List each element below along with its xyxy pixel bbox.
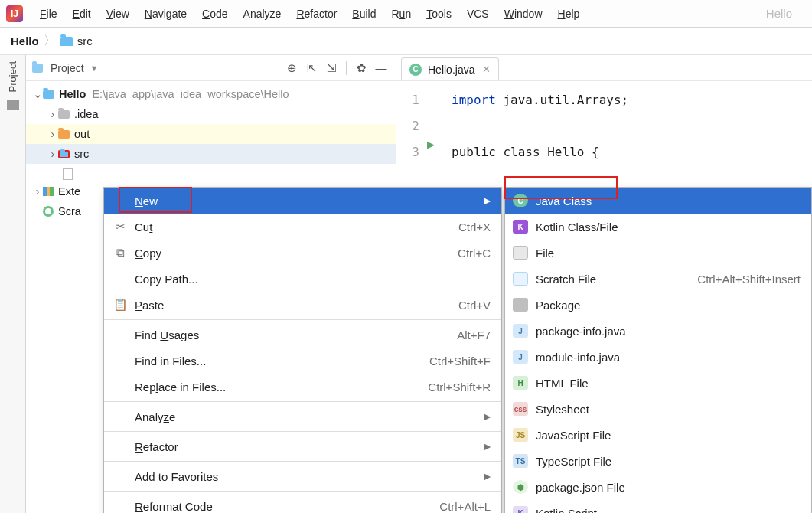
- tree-node-label: Scra: [58, 205, 81, 217]
- new-javascript-file[interactable]: JSJavaScript File: [505, 422, 811, 448]
- new-java-class[interactable]: CJava Class: [505, 188, 811, 214]
- rail-project-label[interactable]: Project: [7, 61, 18, 92]
- ctx-refactor[interactable]: Refactor▶: [104, 433, 501, 459]
- chevron-down-icon[interactable]: ⌄: [32, 88, 43, 100]
- submenu-label: Java Class: [536, 194, 801, 207]
- menu-view[interactable]: View: [99, 8, 137, 20]
- gear-icon[interactable]: ✿: [353, 60, 370, 77]
- run-gutter-icon[interactable]: ▶: [427, 139, 435, 150]
- new-html-file[interactable]: HHTML File: [505, 370, 811, 396]
- ctx-replace-in-files-[interactable]: Replace in Files...Ctrl+Shift+R: [104, 374, 501, 400]
- editor-tab[interactable]: C Hello.java ✕: [401, 57, 499, 80]
- expand-all-icon[interactable]: ⇱: [303, 60, 320, 77]
- submenu-label: Kotlin Script: [536, 507, 801, 514]
- ctx-copy[interactable]: ⧉CopyCtrl+C: [104, 240, 501, 266]
- menu-item-label: Refactor: [135, 440, 484, 453]
- tree-node-idea[interactable]: › .idea: [26, 104, 396, 124]
- tree-node-label: out: [74, 128, 90, 140]
- filetype-icon: ⬢: [513, 480, 528, 494]
- ctx-find-in-files-[interactable]: Find in Files...Ctrl+Shift+F: [104, 348, 501, 374]
- menu-edit[interactable]: Edit: [65, 8, 99, 20]
- menu-help[interactable]: Help: [550, 8, 588, 20]
- panel-combo-chevron-icon[interactable]: ▼: [90, 64, 99, 73]
- new-module-info-java[interactable]: Jmodule-info.java: [505, 344, 811, 370]
- breadcrumb-folder[interactable]: src: [77, 34, 93, 47]
- shortcut: Ctrl+V: [458, 299, 491, 312]
- collapse-all-icon[interactable]: ⇲: [323, 60, 340, 77]
- menu-file[interactable]: File: [32, 8, 65, 20]
- panel-title[interactable]: Project: [51, 62, 84, 74]
- separator: [104, 461, 501, 462]
- chevron-right-icon[interactable]: ›: [47, 148, 58, 160]
- menu-item-label: Find Usages: [135, 328, 457, 341]
- breadcrumb-root[interactable]: Hello: [11, 34, 39, 47]
- menu-run[interactable]: Run: [383, 8, 419, 20]
- separator: [104, 401, 501, 402]
- menu-item-label: Add to Favorites: [135, 470, 484, 483]
- chevron-right-icon[interactable]: ›: [32, 185, 43, 198]
- ctx-analyze[interactable]: Analyze▶: [104, 404, 501, 430]
- tree-node-label: .idea: [74, 108, 98, 120]
- tree-root[interactable]: ⌄ Hello E:\java_app\java_idea_workspace\…: [26, 84, 396, 104]
- bookmark-icon[interactable]: [7, 100, 19, 110]
- ctx-find-usages[interactable]: Find UsagesAlt+F7: [104, 322, 501, 348]
- ctx-cut[interactable]: ✂CutCtrl+X: [104, 214, 501, 240]
- tree-node-out[interactable]: › out: [26, 124, 396, 144]
- menu-window[interactable]: Window: [497, 8, 550, 20]
- new-kotlin-script[interactable]: KKotlin Script: [505, 500, 811, 513]
- ctx-new[interactable]: New▶: [104, 188, 501, 214]
- menu-refactor[interactable]: Refactor: [289, 8, 344, 20]
- submenu-label: package.json File: [536, 481, 801, 494]
- menu-tools[interactable]: Tools: [419, 8, 459, 20]
- separator: [104, 319, 501, 320]
- submenu-label: File: [536, 247, 801, 260]
- tab-label: Hello.java: [428, 64, 474, 76]
- menu-vcs[interactable]: VCS: [459, 8, 497, 20]
- divider: [346, 61, 347, 75]
- close-icon[interactable]: ✕: [482, 64, 491, 75]
- new-package-json-file[interactable]: ⬢package.json File: [505, 474, 811, 500]
- menu-analyze[interactable]: Analyze: [236, 8, 289, 20]
- new-package-info-java[interactable]: Jpackage-info.java: [505, 318, 811, 344]
- new-file[interactable]: File: [505, 240, 811, 266]
- shortcut: Ctrl+Alt+L: [439, 500, 491, 513]
- shortcut: Ctrl+C: [458, 247, 491, 260]
- filetype-icon: K: [513, 220, 528, 234]
- hide-icon[interactable]: —: [373, 60, 390, 77]
- new-scratch-file[interactable]: Scratch FileCtrl+Alt+Shift+Insert: [505, 266, 811, 292]
- chevron-right-icon[interactable]: ›: [47, 108, 58, 120]
- ctx-reformat-code[interactable]: Reformat CodeCtrl+Alt+L: [104, 493, 501, 513]
- folder-icon: [60, 37, 73, 46]
- ctx-add-to-favorites[interactable]: Add to Favorites▶: [104, 463, 501, 489]
- menu-item-icon: 📋: [112, 298, 129, 312]
- shortcut: Alt+F7: [457, 328, 491, 341]
- chevron-right-icon[interactable]: ›: [47, 128, 58, 140]
- ctx-copy-path-[interactable]: Copy Path...: [104, 266, 501, 292]
- new-stylesheet[interactable]: cssStylesheet: [505, 396, 811, 422]
- module-icon: [43, 90, 54, 99]
- file-icon: [63, 168, 73, 180]
- locate-icon[interactable]: ⊕: [283, 60, 300, 77]
- filetype-icon: J: [513, 350, 528, 364]
- new-kotlin-class-file[interactable]: KKotlin Class/File: [505, 214, 811, 240]
- tree-node-src[interactable]: › src: [26, 144, 396, 164]
- filetype-icon: [513, 246, 528, 260]
- tree-root-path: E:\java_app\java_idea_workspace\Hello: [92, 88, 289, 100]
- panel-header: Project ▼ ⊕ ⇱ ⇲ ✿ —: [26, 55, 396, 81]
- submenu-label: HTML File: [536, 377, 801, 390]
- shortcut: Ctrl+X: [458, 221, 491, 234]
- menu-item-label: Copy Path...: [135, 273, 491, 286]
- menu-item-icon: ⧉: [112, 246, 129, 260]
- folder-icon: [58, 110, 70, 119]
- menu-navigate[interactable]: Navigate: [137, 8, 194, 20]
- menu-code[interactable]: Code: [194, 8, 235, 20]
- filetype-icon: C: [513, 194, 528, 207]
- ctx-paste[interactable]: 📋PasteCtrl+V: [104, 292, 501, 318]
- menu-build[interactable]: Build: [344, 8, 383, 20]
- new-package[interactable]: Package: [505, 292, 811, 318]
- tree-node-label: src: [74, 148, 89, 160]
- new-typescript-file[interactable]: TSTypeScript File: [505, 448, 811, 474]
- submenu-arrow-icon: ▶: [484, 471, 491, 482]
- submenu-label: Kotlin Class/File: [536, 221, 801, 234]
- filetype-icon: K: [513, 506, 528, 513]
